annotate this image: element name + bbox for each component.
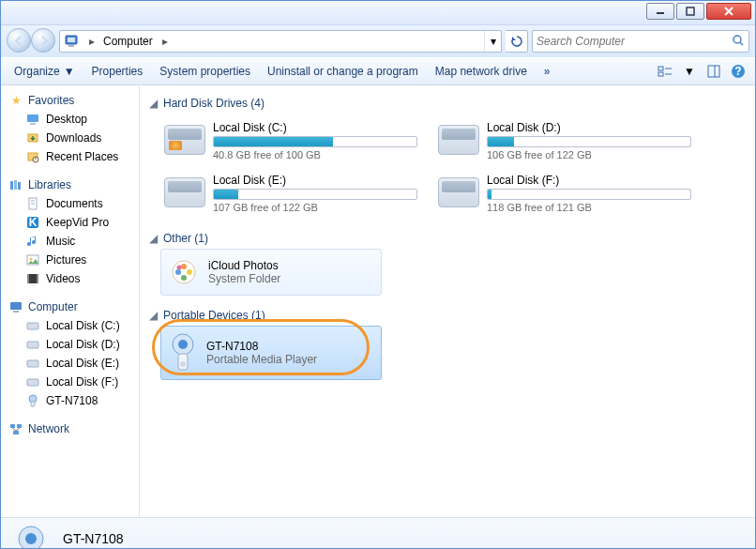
back-button[interactable] — [7, 28, 31, 53]
svg-rect-40 — [27, 360, 38, 367]
sidebar-item-desktop[interactable]: Desktop — [1, 110, 139, 129]
media-player-icon — [167, 332, 199, 374]
view-dropdown[interactable]: ▼ — [678, 61, 701, 82]
desktop-label: Desktop — [46, 113, 87, 126]
view-mode-button[interactable] — [654, 61, 676, 82]
sidebar-item-locale[interactable]: Local Disk (E:) — [1, 354, 139, 373]
svg-line-2 — [725, 8, 733, 15]
svg-rect-43 — [31, 402, 35, 406]
preview-pane-button[interactable] — [703, 61, 725, 82]
maximize-button[interactable] — [676, 3, 704, 20]
videos-icon — [25, 271, 40, 286]
group-other[interactable]: ◢Other (1) — [144, 228, 751, 249]
portable-device[interactable]: GT-N7108 Portable Media Player — [160, 326, 382, 380]
address-dropdown[interactable]: ▾ — [484, 31, 501, 52]
drive-item[interactable]: Local Disk (E:) 107 GB free of 122 GB — [160, 170, 421, 217]
svg-point-50 — [181, 264, 187, 269]
drive-item[interactable]: Local Disk (F:) 118 GB free of 121 GB — [434, 170, 695, 217]
address-bar[interactable]: ▸ Computer ▸ ▾ — [59, 30, 502, 53]
sidebar-item-gt[interactable]: GT-N7108 — [1, 391, 139, 410]
svg-rect-41 — [27, 379, 38, 386]
chevron-down-icon: ▼ — [64, 65, 75, 78]
help-button[interactable]: ? — [727, 61, 749, 82]
search-box[interactable] — [532, 30, 749, 53]
svg-point-7 — [733, 36, 741, 43]
sidebar-item-videos[interactable]: Videos — [1, 269, 139, 288]
svg-rect-23 — [10, 181, 13, 190]
drive-name: Local Disk (E:) — [213, 174, 417, 187]
hdd-icon — [164, 121, 205, 159]
toolbar-overflow[interactable]: » — [537, 61, 555, 82]
gt-label: GT-N7108 — [46, 394, 98, 407]
svg-point-56 — [178, 340, 188, 349]
minimize-button[interactable] — [646, 3, 674, 20]
drive-item[interactable]: Local Disk (C:) 40.8 GB free of 100 GB — [160, 117, 421, 164]
computer-header[interactable]: Computer — [1, 297, 139, 316]
svg-line-47 — [12, 428, 16, 431]
map-drive-button[interactable]: Map network drive — [428, 61, 535, 82]
svg-rect-36 — [10, 302, 22, 310]
search-input[interactable] — [537, 35, 732, 48]
music-icon — [25, 234, 40, 249]
search-icon — [732, 34, 745, 50]
svg-rect-17 — [27, 114, 38, 122]
sidebar-item-music[interactable]: Music — [1, 232, 139, 251]
collapse-icon: ◢ — [149, 232, 158, 245]
svg-rect-37 — [13, 311, 19, 313]
drive-item[interactable]: Local Disk (D:) 106 GB free of 122 GB — [434, 117, 695, 164]
usage-bar — [213, 136, 417, 147]
network-icon — [8, 421, 23, 436]
sidebar-item-recent[interactable]: Recent Places — [1, 147, 139, 166]
icloud-photos-icon — [167, 255, 201, 289]
svg-rect-5 — [68, 38, 75, 42]
locald-label: Local Disk (D:) — [46, 338, 120, 351]
hdd-icon — [164, 174, 205, 211]
uninstall-button[interactable]: Uninstall or change a program — [260, 61, 426, 82]
svg-text:?: ? — [734, 65, 741, 78]
svg-point-54 — [177, 266, 182, 270]
pictures-label: Pictures — [46, 253, 86, 267]
refresh-button[interactable] — [506, 30, 528, 53]
svg-rect-9 — [658, 67, 663, 70]
details-title: GT-N7108 — [63, 531, 174, 546]
close-button[interactable] — [706, 3, 751, 20]
localf-label: Local Disk (F:) — [46, 375, 118, 389]
sidebar-item-localf[interactable]: Local Disk (F:) — [1, 373, 139, 391]
drive-info: 106 GB free of 122 GB — [487, 149, 691, 160]
sidebar-item-pictures[interactable]: Pictures — [1, 251, 139, 269]
libraries-icon — [8, 177, 23, 192]
hdd-icon — [438, 174, 479, 211]
svg-point-53 — [175, 269, 181, 275]
network-header[interactable]: Network — [1, 419, 139, 438]
breadcrumb-arrow[interactable]: ▸ — [158, 35, 173, 48]
collapse-icon: ◢ — [149, 309, 158, 322]
organize-button[interactable]: Organize ▼ — [7, 61, 83, 82]
forward-button[interactable] — [31, 28, 55, 53]
drive-info: 118 GB free of 121 GB — [487, 202, 691, 213]
usage-bar — [487, 189, 691, 200]
sidebar-item-locald[interactable]: Local Disk (D:) — [1, 335, 139, 354]
group-hdd[interactable]: ◢Hard Disk Drives (4) — [144, 93, 751, 114]
sidebar-item-downloads[interactable]: Downloads — [1, 129, 139, 147]
sidebar-item-localc[interactable]: Local Disk (C:) — [1, 316, 139, 335]
music-label: Music — [46, 235, 75, 248]
svg-rect-34 — [27, 274, 29, 283]
group-portable[interactable]: ◢Portable Devices (1) — [144, 305, 751, 326]
breadcrumb-root-arrow[interactable]: ▸ — [84, 35, 99, 48]
svg-line-3 — [725, 8, 733, 15]
drive-info: 40.8 GB free of 100 GB — [213, 149, 417, 160]
svg-line-48 — [16, 428, 20, 431]
breadcrumb-computer[interactable]: Computer — [99, 35, 158, 48]
favorites-header[interactable]: ★Favorites — [1, 91, 139, 110]
other-icloud[interactable]: iCloud Photos System Folder — [160, 249, 382, 296]
documents-icon — [25, 196, 40, 211]
downloads-icon — [25, 130, 40, 145]
sidebar-item-keepvid[interactable]: KKeepVid Pro — [1, 213, 139, 232]
network-label: Network — [28, 422, 69, 435]
svg-rect-24 — [14, 180, 17, 190]
sidebar-item-documents[interactable]: Documents — [1, 194, 139, 213]
libraries-header[interactable]: Libraries — [1, 175, 139, 194]
properties-button[interactable]: Properties — [84, 61, 151, 82]
svg-rect-1 — [687, 8, 694, 15]
system-properties-button[interactable]: System properties — [152, 61, 258, 82]
